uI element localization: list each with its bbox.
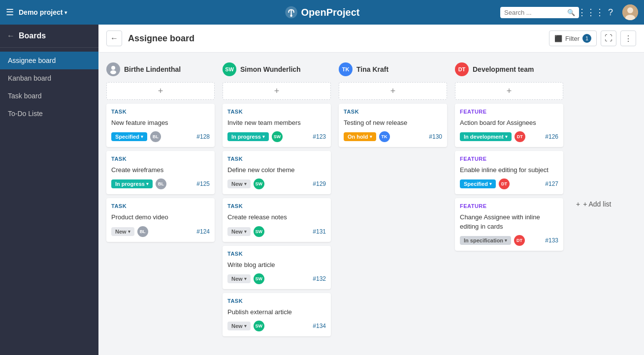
- status-badge[interactable]: Specified ▾: [460, 179, 496, 188]
- table-row[interactable]: TASK Publish external article New ▾ SW #…: [223, 293, 331, 336]
- sidebar-item-label: To-Do Liste: [8, 110, 43, 118]
- card-id: #124: [196, 228, 210, 235]
- board-header: ← Assignee board ⬛ Filter 1 ⛶ ⋮: [98, 25, 644, 53]
- search-input[interactable]: [504, 9, 565, 16]
- project-selector[interactable]: Demo project ▾: [19, 8, 67, 16]
- grid-icon-btn[interactable]: ⋮⋮⋮: [583, 4, 599, 20]
- status-badge[interactable]: New ▾: [111, 227, 134, 236]
- sidebar-title: Boards: [19, 31, 46, 40]
- status-chevron-icon: ▾: [262, 134, 265, 139]
- sidebar-header: ← Boards: [0, 25, 98, 48]
- card-assignee-avatar: BL: [156, 178, 166, 189]
- column-birthe: Birthe Lindenthal + TASK New feature ima…: [106, 60, 215, 347]
- status-chevron-icon: ▾: [505, 134, 508, 139]
- filter-button[interactable]: ⬛ Filter 1: [549, 30, 597, 46]
- table-row[interactable]: TASK Write blog article New ▾ SW #132: [223, 246, 331, 289]
- hamburger-icon[interactable]: ☰: [6, 7, 14, 18]
- column-simon: SW Simon Wunderlich + TASK Invite new te…: [223, 60, 331, 347]
- status-badge[interactable]: On hold ▾: [344, 132, 376, 141]
- table-row[interactable]: FEATURE Action board for Assignees In de…: [455, 104, 563, 147]
- table-row[interactable]: TASK Create release notes New ▾ SW #131: [223, 198, 331, 241]
- column-avatar-tina: TK: [339, 62, 353, 76]
- column-header-birthe: Birthe Lindenthal: [106, 60, 215, 78]
- add-list-button[interactable]: + + Add list: [571, 60, 616, 347]
- card-id: #127: [545, 180, 558, 187]
- search-box[interactable]: 🔍: [500, 7, 579, 18]
- table-row[interactable]: FEATURE Enable inline editing for subjec…: [455, 151, 563, 194]
- table-row[interactable]: TASK Create wireframes In progress ▾ BL …: [106, 151, 215, 194]
- card-assignee-avatar: SW: [272, 131, 283, 142]
- card-id: #123: [313, 133, 326, 140]
- card-footer: New ▾ SW #129: [227, 178, 326, 189]
- card-footer: New ▾ BL #124: [111, 226, 210, 237]
- sidebar-item-assignee-board[interactable]: Assignee board: [0, 52, 98, 69]
- topnav-right: 🔍 ⋮⋮⋮ ?: [500, 4, 638, 20]
- table-row[interactable]: FEATURE Change Assignee with inline edit…: [455, 198, 563, 250]
- column-header-development: DT Development team: [455, 60, 563, 78]
- main-content: ← Assignee board ⬛ Filter 1 ⛶ ⋮: [98, 25, 644, 355]
- status-badge[interactable]: New ▾: [227, 227, 251, 236]
- project-chevron-icon: ▾: [64, 10, 67, 15]
- table-row[interactable]: TASK Define new color theme New ▾ SW #12…: [223, 151, 331, 194]
- add-card-button-development[interactable]: +: [455, 82, 563, 100]
- app-layout: ← Boards Assignee board Kanban board Tas…: [0, 25, 644, 355]
- status-chevron-icon: ▾: [128, 229, 130, 234]
- status-badge[interactable]: Specified ▾: [111, 132, 147, 141]
- card-id: #131: [313, 228, 326, 235]
- more-options-button[interactable]: ⋮: [620, 30, 636, 46]
- card-id: #133: [545, 237, 558, 244]
- fullscreen-button[interactable]: ⛶: [601, 30, 616, 46]
- add-card-button-tina[interactable]: +: [339, 82, 447, 100]
- add-card-button-simon[interactable]: +: [223, 82, 331, 100]
- table-row[interactable]: TASK Testing of new release On hold ▾ TK…: [339, 104, 447, 147]
- card-type: TASK: [227, 203, 326, 209]
- card-footer: On hold ▾ TK #130: [344, 131, 442, 142]
- column-title-birthe: Birthe Lindenthal: [124, 65, 181, 73]
- status-badge[interactable]: New ▾: [227, 179, 251, 188]
- card-type: TASK: [111, 156, 210, 162]
- card-title: Define new color theme: [227, 166, 326, 175]
- card-id: #129: [313, 180, 326, 187]
- status-badge[interactable]: In development ▾: [460, 132, 512, 141]
- add-card-button-birthe[interactable]: +: [106, 82, 215, 100]
- sidebar-item-kanban-board[interactable]: Kanban board: [0, 69, 98, 87]
- status-chevron-icon: ▾: [505, 238, 507, 243]
- table-row[interactable]: TASK Invite new team members In progress…: [223, 104, 331, 147]
- sidebar-item-todo-liste[interactable]: To-Do Liste: [0, 105, 98, 122]
- sidebar-item-label: Task board: [8, 92, 41, 100]
- user-avatar[interactable]: [622, 4, 638, 20]
- card-title: Create release notes: [227, 213, 326, 222]
- filter-icon: ⬛: [554, 35, 562, 42]
- sidebar-back-button[interactable]: ←: [7, 31, 15, 40]
- status-chevron-icon: ▾: [244, 276, 247, 281]
- card-footer: In specification ▾ DT #133: [460, 235, 558, 246]
- sidebar-item-task-board[interactable]: Task board: [0, 87, 98, 105]
- status-badge[interactable]: In progress ▾: [111, 179, 153, 188]
- card-title: Change Assignee with inline editing in c…: [460, 213, 558, 231]
- openproject-logo-icon: [285, 5, 298, 19]
- status-badge[interactable]: In specification ▾: [460, 236, 511, 245]
- card-title: Testing of new release: [344, 118, 442, 127]
- board-back-button[interactable]: ←: [106, 30, 122, 46]
- column-title-tina: Tina Kraft: [356, 65, 388, 73]
- card-assignee-avatar: DT: [514, 235, 525, 246]
- card-assignee-avatar: DT: [499, 178, 510, 189]
- topnav: ☰ Demo project ▾ OpenProject 🔍 ⋮⋮⋮ ?: [0, 0, 644, 25]
- help-icon-btn[interactable]: ?: [603, 4, 618, 20]
- card-id: #132: [313, 275, 326, 282]
- svg-point-1: [290, 15, 292, 17]
- sidebar: ← Boards Assignee board Kanban board Tas…: [0, 25, 98, 355]
- card-type: FEATURE: [460, 203, 558, 209]
- card-footer: In progress ▾ SW #123: [227, 131, 326, 142]
- app-logo: OpenProject: [285, 5, 360, 19]
- status-badge[interactable]: New ▾: [227, 274, 251, 283]
- table-row[interactable]: TASK Product demo video New ▾ BL #124: [106, 198, 215, 241]
- project-name: Demo project: [19, 8, 63, 16]
- card-title: Write blog article: [227, 261, 326, 269]
- card-type: TASK: [111, 203, 210, 209]
- status-badge[interactable]: In progress ▾: [227, 132, 269, 141]
- card-type: TASK: [111, 109, 210, 115]
- status-badge[interactable]: New ▾: [227, 322, 251, 330]
- table-row[interactable]: TASK New feature images Specified ▾ BL #…: [106, 104, 215, 147]
- sidebar-nav: Assignee board Kanban board Task board T…: [0, 48, 98, 126]
